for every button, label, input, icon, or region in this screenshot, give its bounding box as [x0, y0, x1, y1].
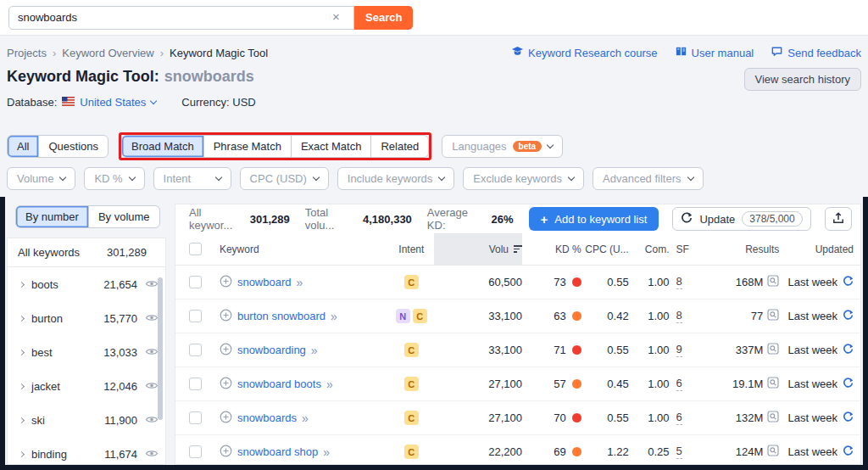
- circle-plus-icon[interactable]: [220, 275, 232, 290]
- tab-related[interactable]: Related: [370, 136, 428, 157]
- expand-arrows-icon[interactable]: »: [326, 378, 333, 391]
- serp-icon[interactable]: [767, 411, 779, 425]
- eye-icon[interactable]: [145, 448, 159, 461]
- com-value: 1.00: [648, 378, 669, 390]
- refresh-icon[interactable]: [843, 378, 854, 391]
- serp-icon[interactable]: [767, 309, 779, 323]
- sf-value[interactable]: 8: [676, 309, 682, 323]
- filter-exclude-keywords[interactable]: Exclude keywords: [463, 167, 584, 190]
- expand-arrows-icon[interactable]: »: [331, 310, 337, 323]
- sf-value[interactable]: 6: [676, 411, 682, 425]
- col-intent[interactable]: Intent: [388, 233, 434, 265]
- tab-questions[interactable]: Questions: [38, 136, 108, 157]
- col-keyword[interactable]: Keyword: [220, 233, 388, 265]
- user-manual-link[interactable]: User manual: [675, 45, 754, 60]
- sf-value[interactable]: 9: [676, 343, 682, 357]
- eye-icon[interactable]: [145, 414, 159, 427]
- row-checkbox[interactable]: [189, 411, 202, 424]
- row-checkbox[interactable]: [189, 445, 202, 458]
- sf-value[interactable]: 8: [676, 275, 682, 289]
- breadcrumb-keyword-overview[interactable]: Keyword Overview: [62, 47, 153, 59]
- filter-cpc[interactable]: CPC (USD): [240, 167, 329, 190]
- expand-arrows-icon[interactable]: »: [302, 411, 309, 425]
- circle-plus-icon[interactable]: [220, 411, 232, 426]
- eye-icon[interactable]: [145, 346, 159, 359]
- row-checkbox[interactable]: [189, 378, 202, 390]
- intent-badge-commercial: C: [404, 343, 419, 357]
- refresh-icon[interactable]: [843, 310, 854, 323]
- eye-icon[interactable]: [145, 380, 159, 393]
- tab-broad-match[interactable]: Broad Match: [122, 136, 203, 157]
- expand-arrows-icon[interactable]: »: [311, 344, 318, 357]
- keyword-link[interactable]: snowboard boots: [237, 378, 321, 390]
- filter-kd[interactable]: KD %: [84, 167, 144, 190]
- tab-exact-match[interactable]: Exact Match: [291, 136, 371, 157]
- search-input[interactable]: [8, 6, 354, 30]
- col-kd[interactable]: KD %: [522, 233, 581, 265]
- keyword-link[interactable]: snowboard: [237, 276, 292, 288]
- circle-plus-icon[interactable]: [220, 309, 232, 324]
- add-to-keyword-list-button[interactable]: + Add to keyword list: [529, 207, 659, 231]
- col-cpc[interactable]: CPC (U...: [581, 233, 629, 265]
- refresh-icon: [681, 212, 693, 227]
- search-button[interactable]: Search: [354, 6, 413, 30]
- avg-kd-stat-value: 26%: [491, 213, 513, 226]
- expand-arrows-icon[interactable]: »: [297, 276, 303, 289]
- filter-intent[interactable]: Intent: [153, 167, 231, 190]
- keyword-link[interactable]: snowboarding: [237, 344, 306, 356]
- tab-phrase-match[interactable]: Phrase Match: [203, 136, 291, 157]
- row-checkbox[interactable]: [189, 276, 202, 288]
- sidebar-group-ski[interactable]: ski 11,900: [8, 403, 165, 437]
- search-clear-icon[interactable]: ×: [332, 10, 340, 23]
- refresh-icon[interactable]: [843, 344, 854, 357]
- circle-plus-icon[interactable]: [220, 445, 232, 460]
- refresh-icon[interactable]: [843, 411, 854, 425]
- languages-dropdown[interactable]: Languages beta: [442, 135, 563, 158]
- sidebar-group-jacket[interactable]: jacket 12,046: [8, 369, 165, 403]
- col-com[interactable]: Com.: [629, 233, 670, 265]
- sf-value[interactable]: 6: [676, 377, 682, 391]
- filter-volume[interactable]: Volume: [7, 167, 75, 190]
- sidebar-group-burton[interactable]: burton 15,770: [8, 301, 165, 335]
- database-selector[interactable]: United States: [80, 96, 156, 109]
- sf-value[interactable]: 5: [676, 445, 682, 459]
- circle-plus-icon[interactable]: [220, 343, 232, 358]
- breadcrumb-projects[interactable]: Projects: [7, 47, 47, 59]
- col-volume[interactable]: Volu: [434, 233, 522, 265]
- keyword-link[interactable]: snowboard shop: [237, 445, 318, 458]
- sidebar-group-best[interactable]: best 13,033: [8, 335, 165, 369]
- serp-icon[interactable]: [767, 445, 779, 459]
- sidebar-group-boots[interactable]: boots 21,654: [8, 267, 165, 301]
- all-keywords-row[interactable]: All keywords 301,289: [8, 238, 165, 267]
- row-checkbox[interactable]: [189, 310, 202, 322]
- filter-advanced[interactable]: Advanced filters: [593, 167, 704, 190]
- keyword-research-course-link[interactable]: Keyword Research course: [511, 45, 657, 60]
- toggle-by-number[interactable]: By number: [16, 206, 88, 227]
- circle-plus-icon[interactable]: [220, 377, 232, 392]
- tab-all[interactable]: All: [8, 136, 38, 157]
- serp-icon[interactable]: [767, 377, 779, 391]
- refresh-icon[interactable]: [843, 445, 854, 459]
- eye-icon[interactable]: [145, 312, 159, 325]
- refresh-icon[interactable]: [843, 276, 854, 289]
- row-checkbox[interactable]: [189, 344, 202, 356]
- filter-include-keywords[interactable]: Include keywords: [337, 167, 454, 190]
- expand-arrows-icon[interactable]: »: [323, 445, 330, 459]
- col-results[interactable]: Results: [699, 233, 779, 265]
- eye-icon[interactable]: [145, 278, 159, 291]
- sidebar-group-binding[interactable]: binding 11,674: [8, 437, 165, 465]
- sidebar-scrollbar[interactable]: [158, 277, 163, 420]
- col-updated[interactable]: Updated: [779, 233, 854, 265]
- select-all-checkbox[interactable]: [189, 243, 202, 255]
- toggle-by-volume[interactable]: By volume: [88, 206, 159, 227]
- keyword-link[interactable]: burton snowboard: [237, 310, 326, 322]
- keyword-link[interactable]: snowboards: [237, 411, 297, 424]
- export-button[interactable]: [825, 207, 852, 231]
- beta-badge: beta: [513, 141, 542, 152]
- col-sf[interactable]: SF: [670, 233, 700, 265]
- serp-icon[interactable]: [767, 275, 779, 289]
- send-feedback-link[interactable]: Send feedback: [771, 45, 861, 60]
- view-search-history-button[interactable]: View search history: [744, 68, 861, 91]
- update-button[interactable]: Update 378/5,000: [672, 207, 810, 231]
- serp-icon[interactable]: [767, 343, 779, 357]
